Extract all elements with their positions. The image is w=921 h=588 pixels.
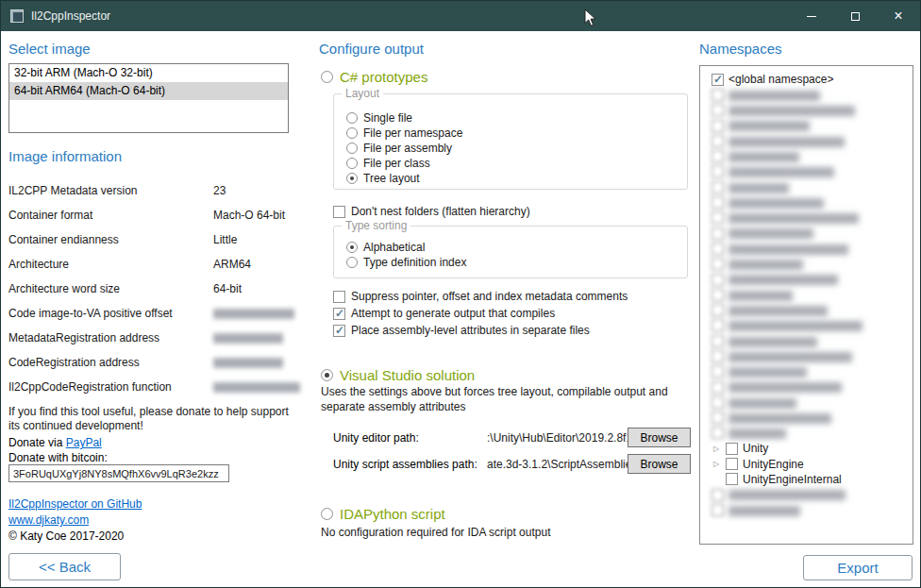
browse-button[interactable]: Browse (628, 428, 691, 447)
back-button[interactable]: << Back (8, 553, 121, 580)
csharp-radio[interactable] (321, 71, 333, 83)
namespace-row[interactable] (712, 364, 913, 379)
titlebar[interactable]: Il2CppInspector × (1, 1, 920, 31)
namespace-checkbox[interactable] (712, 211, 724, 224)
expander-icon[interactable]: ▷ (712, 460, 721, 468)
vs-radio[interactable] (321, 369, 333, 381)
namespace-checkbox[interactable] (712, 150, 724, 162)
radio-option-row[interactable]: Alphabetical (346, 240, 466, 255)
radio-option-row[interactable]: File per namespace (346, 126, 462, 141)
namespace-row[interactable] (712, 103, 913, 118)
namespace-checkbox[interactable] (712, 165, 724, 177)
namespace-checkbox[interactable] (712, 120, 724, 132)
radio-option-row[interactable]: Type definition index (346, 255, 466, 270)
ida-python-option[interactable]: IDAPython script (321, 506, 445, 522)
namespace-checkbox[interactable] (726, 458, 738, 470)
namespace-row[interactable] (712, 287, 913, 302)
namespace-row[interactable] (712, 87, 913, 102)
csharp-prototypes-option[interactable]: C# prototypes (321, 69, 427, 85)
namespace-row[interactable] (712, 272, 913, 287)
namespace-checkbox[interactable] (726, 443, 738, 455)
namespace-checkbox[interactable] (712, 319, 724, 331)
image-listbox[interactable]: 32-bit ARM (Mach-O 32-bit)64-bit ARM64 (… (8, 63, 289, 133)
namespace-row[interactable]: ▷UnityEngine (712, 456, 913, 471)
namespace-row[interactable] (712, 426, 913, 441)
namespace-row[interactable]: UnityEngineInternal (712, 472, 913, 487)
namespace-row[interactable] (712, 118, 913, 133)
checkbox-icon[interactable] (333, 291, 345, 303)
github-link[interactable]: Il2CppInspector on GitHub (8, 497, 142, 511)
namespace-checkbox[interactable] (712, 181, 724, 193)
namespace-checkbox[interactable] (712, 350, 724, 362)
namespace-checkbox[interactable] (712, 489, 724, 501)
checkbox-icon[interactable] (333, 308, 345, 320)
namespace-checkbox[interactable] (712, 74, 724, 86)
namespace-row[interactable]: <global namespace> (712, 72, 913, 87)
namespace-row[interactable] (712, 318, 913, 333)
image-list-item[interactable]: 64-bit ARM64 (Mach-O 64-bit) (9, 82, 288, 100)
namespace-checkbox[interactable] (712, 381, 724, 394)
flatten-checkbox[interactable] (333, 206, 345, 218)
namespace-row[interactable] (712, 241, 913, 256)
namespace-row[interactable]: ▷Unity (712, 441, 913, 456)
namespace-checkbox[interactable] (712, 304, 724, 316)
namespace-row[interactable] (712, 333, 913, 348)
namespace-checkbox[interactable] (712, 135, 724, 147)
namespace-checkbox[interactable] (726, 473, 738, 485)
close-button[interactable]: × (877, 1, 920, 31)
flatten-checkbox-row[interactable]: Don't nest folders (flatten hierarchy) (333, 204, 530, 219)
vs-solution-option[interactable]: Visual Studio solution (321, 367, 475, 383)
minimize-button[interactable] (790, 1, 833, 31)
browse-button[interactable]: Browse (628, 454, 691, 474)
radio-option-row[interactable]: Tree layout (346, 171, 462, 186)
radio-icon[interactable] (346, 158, 358, 169)
namespace-row[interactable] (712, 348, 913, 363)
radio-icon[interactable] (346, 112, 358, 124)
namespace-row[interactable] (712, 379, 913, 395)
namespace-checkbox[interactable] (712, 504, 724, 516)
namespace-checkbox[interactable] (712, 227, 724, 240)
paypal-link[interactable]: PayPal (66, 436, 102, 449)
checkbox-option-row[interactable]: Suppress pointer, offset and index metad… (333, 288, 628, 305)
namespace-row[interactable] (712, 502, 913, 517)
namespace-checkbox[interactable] (712, 335, 724, 347)
maximize-button[interactable] (833, 1, 877, 31)
namespace-row[interactable] (712, 210, 913, 226)
namespaces-tree[interactable]: <global namespace>▷Unity▷UnityEngineUnit… (699, 65, 913, 545)
ida-radio[interactable] (321, 508, 333, 520)
checkbox-icon[interactable] (333, 325, 345, 337)
namespace-row[interactable] (712, 411, 913, 426)
radio-icon[interactable] (346, 127, 358, 139)
namespace-row[interactable] (712, 133, 913, 148)
image-list-item[interactable]: 32-bit ARM (Mach-O 32-bit) (9, 64, 288, 82)
namespace-row[interactable] (712, 226, 913, 241)
namespace-checkbox[interactable] (712, 289, 724, 301)
namespace-checkbox[interactable] (712, 427, 724, 439)
namespace-checkbox[interactable] (712, 365, 724, 378)
expander-icon[interactable]: ▷ (712, 445, 721, 453)
namespace-checkbox[interactable] (712, 396, 724, 409)
namespace-checkbox[interactable] (712, 196, 724, 209)
export-button[interactable]: Export (803, 555, 913, 580)
namespace-row[interactable] (712, 194, 913, 210)
namespace-checkbox[interactable] (712, 258, 724, 270)
radio-option-row[interactable]: File per assembly (346, 141, 462, 156)
namespace-row[interactable] (712, 302, 913, 317)
bitcoin-address-input[interactable] (8, 464, 229, 482)
checkbox-option-row[interactable]: Place assembly-level attributes in separ… (333, 322, 628, 339)
namespace-row[interactable] (712, 487, 913, 502)
radio-option-row[interactable]: File per class (346, 156, 462, 171)
namespace-checkbox[interactable] (712, 104, 724, 116)
radio-icon[interactable] (346, 242, 358, 253)
radio-icon[interactable] (346, 143, 358, 154)
radio-icon[interactable] (346, 173, 358, 184)
namespace-row[interactable] (712, 395, 913, 410)
radio-icon[interactable] (346, 257, 358, 268)
namespace-row[interactable] (712, 164, 913, 179)
namespace-checkbox[interactable] (712, 274, 724, 286)
namespace-row[interactable] (712, 148, 913, 163)
namespace-row[interactable] (712, 257, 913, 272)
website-link[interactable]: www.djkaty.com (8, 513, 89, 527)
namespace-checkbox[interactable] (712, 243, 724, 255)
radio-option-row[interactable]: Single file (346, 110, 462, 126)
